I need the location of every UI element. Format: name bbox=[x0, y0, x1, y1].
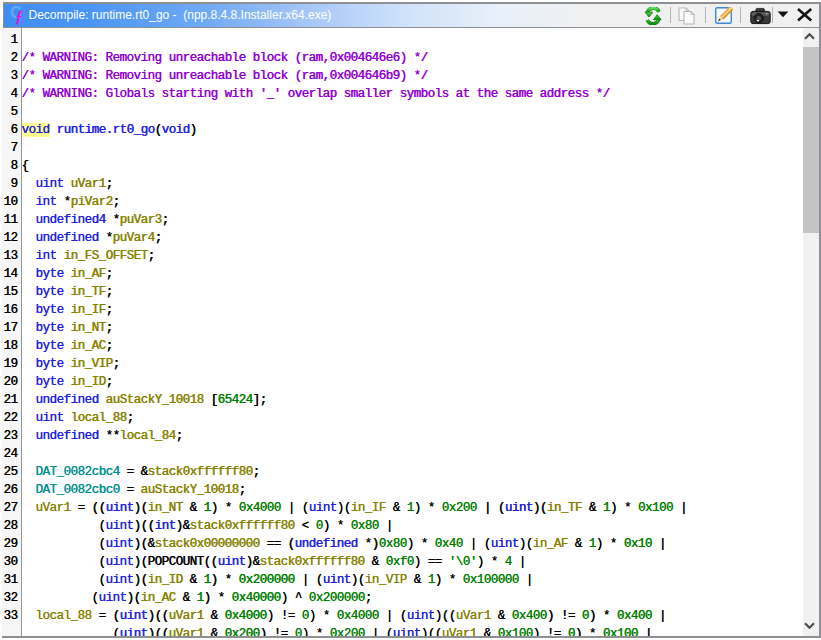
code-line[interactable]: (uint)(in_AC & 1) * 0x40000) ^ 0x200000; bbox=[22, 589, 687, 607]
code-line[interactable] bbox=[22, 139, 687, 157]
code-line[interactable]: byte in_AF; bbox=[22, 265, 687, 283]
token-k: byte bbox=[36, 375, 64, 389]
token-p: ) * bbox=[302, 627, 330, 636]
token-v: in_TF bbox=[547, 501, 582, 515]
code-line[interactable] bbox=[22, 445, 687, 463]
token-p: = bbox=[120, 483, 141, 497]
code-line[interactable]: (uint)(in_ID & 1) * 0x200000 | (uint)(in… bbox=[22, 571, 687, 589]
code-line[interactable]: byte in_VIP; bbox=[22, 355, 687, 373]
token-p: ; bbox=[106, 303, 113, 317]
code-line[interactable]: (uint)(POPCOUNT((uint)&stack0xffffff80 &… bbox=[22, 553, 687, 571]
code-line[interactable]: /* WARNING: Removing unreachable block (… bbox=[22, 49, 687, 67]
code-line[interactable]: undefined4 *puVar3; bbox=[22, 211, 687, 229]
code-line[interactable]: DAT_0082cbc0 = auStackY_10018; bbox=[22, 481, 687, 499]
token-n: 65424 bbox=[218, 393, 253, 407]
refresh-icon[interactable] bbox=[644, 7, 662, 25]
token-p: )( bbox=[519, 537, 533, 551]
token-p: * bbox=[57, 195, 71, 209]
menu-arrow-icon[interactable] bbox=[776, 11, 790, 23]
code-line[interactable]: byte in_NT; bbox=[22, 319, 687, 337]
code-line[interactable]: (uint)((uVar1 & 0x200) != 0) * 0x200 | (… bbox=[22, 625, 687, 636]
edit-icon[interactable] bbox=[715, 7, 733, 25]
decompiled-source[interactable]: /* WARNING: Removing unreachable block (… bbox=[22, 31, 687, 636]
token-p: )( bbox=[134, 573, 148, 587]
code-line[interactable]: byte in_AC; bbox=[22, 337, 687, 355]
line-number: 16 bbox=[2, 301, 21, 319]
code-line[interactable]: undefined *puVar4; bbox=[22, 229, 687, 247]
code-line[interactable]: uint uVar1; bbox=[22, 175, 687, 193]
code-line[interactable]: undefined **local_84; bbox=[22, 427, 687, 445]
token-p bbox=[22, 231, 36, 245]
code-line[interactable]: undefined auStackY_10018 [65424]; bbox=[22, 391, 687, 409]
token-p: ; bbox=[176, 429, 183, 443]
token-n: 0x200000 bbox=[309, 591, 365, 605]
token-v: local_84 bbox=[120, 429, 176, 443]
token-p: == ( bbox=[260, 537, 295, 551]
token-p: ; bbox=[162, 213, 169, 227]
token-p: ( bbox=[22, 573, 106, 587]
window-title: Decompile: runtime.rt0_go - (npp.8.4.8.I… bbox=[29, 4, 332, 27]
token-p: )(( bbox=[435, 609, 456, 623]
line-number: 1 bbox=[2, 31, 21, 49]
decompile-window: { "window": { "title": "Decompile: runti… bbox=[0, 0, 821, 640]
copy-icon[interactable] bbox=[678, 7, 696, 25]
token-v: in_TF bbox=[71, 285, 106, 299]
token-v: uVar1 bbox=[169, 609, 204, 623]
code-line[interactable]: (uint)(&stack0x00000000 == (undefined *)… bbox=[22, 535, 687, 553]
close-icon[interactable] bbox=[796, 8, 813, 22]
scroll-up-icon[interactable] bbox=[804, 33, 815, 40]
code-line[interactable]: int *piVar2; bbox=[22, 193, 687, 211]
code-line[interactable]: uint local_88; bbox=[22, 409, 687, 427]
code-line[interactable]: /* WARNING: Globals starting with '_' ov… bbox=[22, 85, 687, 103]
token-p: | ( bbox=[463, 537, 491, 551]
code-line[interactable] bbox=[22, 103, 687, 121]
code-line[interactable]: int in_FS_OFFSET; bbox=[22, 247, 687, 265]
token-p: )(( bbox=[134, 519, 155, 533]
vertical-scrollbar[interactable] bbox=[803, 28, 819, 636]
line-number: 27 bbox=[2, 499, 21, 517]
line-number: 33 bbox=[2, 607, 21, 625]
token-p: ( bbox=[155, 123, 162, 137]
code-line[interactable]: DAT_0082cbc4 = &stack0xffffff80; bbox=[22, 463, 687, 481]
token-p: & bbox=[491, 609, 512, 623]
code-line[interactable]: byte in_IF; bbox=[22, 301, 687, 319]
token-v: local_88 bbox=[36, 609, 92, 623]
line-number: 11 bbox=[2, 211, 21, 229]
code-line[interactable]: byte in_ID; bbox=[22, 373, 687, 391]
token-p bbox=[22, 375, 36, 389]
camera-icon[interactable] bbox=[750, 7, 771, 25]
line-number: 14 bbox=[2, 265, 21, 283]
token-p bbox=[22, 411, 36, 425]
code-line[interactable]: local_88 = (uint)((uVar1 & 0x4000) != 0)… bbox=[22, 607, 687, 625]
line-number: 2 bbox=[2, 49, 21, 67]
titlebar[interactable]: C ƒ Decompile: runtime.rt0_go - (npp.8.4… bbox=[4, 4, 819, 27]
token-n: 1 bbox=[407, 501, 414, 515]
token-n: '\0' bbox=[449, 555, 477, 569]
token-k: uint bbox=[106, 555, 134, 569]
token-p bbox=[22, 249, 36, 263]
token-p: ; bbox=[253, 465, 260, 479]
code-line[interactable]: { bbox=[22, 157, 687, 175]
line-number: 6 bbox=[2, 121, 21, 139]
code-line[interactable]: (uint)((int)&stack0xffffff80 < 0) * 0x80… bbox=[22, 517, 687, 535]
code-line[interactable] bbox=[22, 31, 687, 49]
token-v: auStackY_10018 bbox=[106, 393, 204, 407]
token-n: 1 bbox=[204, 501, 211, 515]
token-p: & bbox=[582, 501, 603, 515]
code-line[interactable]: void runtime.rt0_go(void) bbox=[22, 121, 687, 139]
token-n: 1 bbox=[204, 573, 211, 587]
code-line[interactable]: byte in_TF; bbox=[22, 283, 687, 301]
token-k: runtime.rt0_go bbox=[57, 123, 155, 137]
token-p: & bbox=[386, 501, 407, 515]
token-v: in_FS_OFFSET bbox=[64, 249, 148, 263]
token-p bbox=[50, 123, 57, 137]
token-v: stack0xffffff80 bbox=[148, 465, 253, 479]
code-line[interactable]: /* WARNING: Removing unreachable block (… bbox=[22, 67, 687, 85]
code-line[interactable]: uVar1 = ((uint)(in_NT & 1) * 0x4000 | (u… bbox=[22, 499, 687, 517]
scrollbar-thumb[interactable] bbox=[803, 47, 819, 233]
line-number: 13 bbox=[2, 247, 21, 265]
token-p bbox=[64, 267, 71, 281]
scroll-down-icon[interactable] bbox=[804, 622, 815, 629]
token-n: 1 bbox=[197, 591, 204, 605]
decompile-code-panel[interactable]: 1234567891011121314151617181920212223242… bbox=[0, 28, 819, 636]
